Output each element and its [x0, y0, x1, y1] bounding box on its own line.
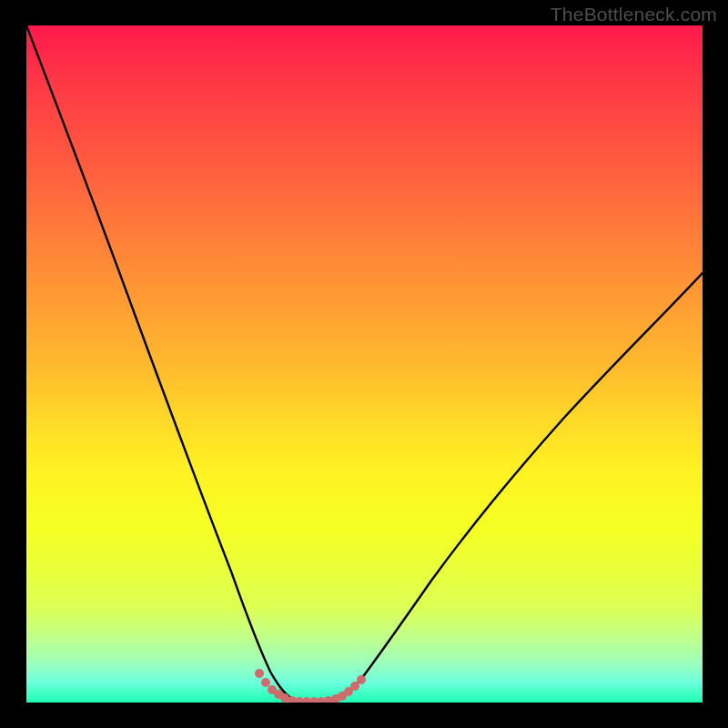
- svg-point-0: [255, 669, 264, 678]
- chart-frame: TheBottleneck.com: [0, 0, 728, 728]
- bottleneck-curve: [26, 25, 703, 703]
- watermark-text: TheBottleneck.com: [551, 4, 717, 25]
- svg-point-15: [357, 675, 366, 684]
- svg-point-1: [261, 678, 270, 687]
- curve-layer: [26, 25, 703, 703]
- plot-area: [26, 25, 703, 703]
